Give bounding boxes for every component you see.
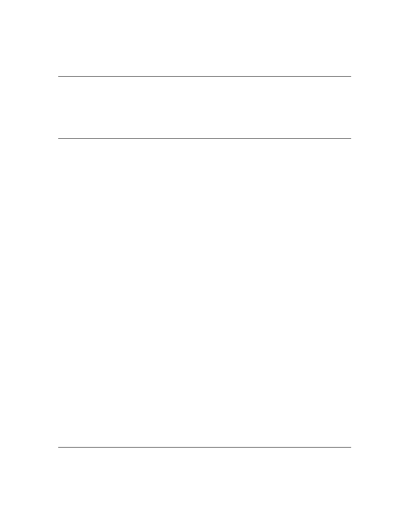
horizontal-rule-middle: [58, 138, 351, 139]
horizontal-rule-top: [58, 76, 351, 77]
horizontal-rule-bottom: [58, 447, 351, 448]
document-page: [0, 0, 411, 532]
